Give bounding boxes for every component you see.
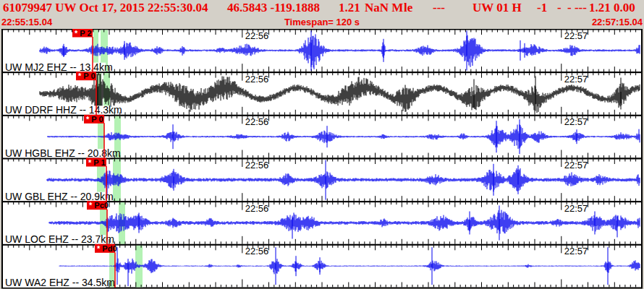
pick-label: * P 1	[88, 158, 106, 167]
station-label: UW WA2 EHZ -- 34.5km	[5, 277, 115, 288]
header-field-8: -	[557, 1, 562, 15]
time-label: 22:57	[564, 116, 588, 127]
window-end-time: 22:57:15.04	[592, 17, 643, 27]
header-field-7: -1	[537, 1, 547, 15]
time-label: 22:56	[245, 30, 269, 41]
pick-label: * Pc0	[89, 201, 109, 210]
event-header: 61079947 UW Oct 17, 2015 22:55:30.0446.5…	[0, 1, 644, 15]
header-field-10: 1.21 0.00	[589, 1, 635, 15]
time-label: 22:57	[564, 160, 588, 171]
timespan-label: Timespan= 120 s	[0, 17, 644, 27]
pick-label: * P 2	[75, 29, 92, 38]
pick-label: * P 0	[78, 72, 96, 80]
pick-label: * P 0	[86, 115, 103, 124]
time-label: 22:57	[564, 30, 588, 41]
panel-mj2: 22:5622:57UW MJ2 EHZ -- 13.4km* P 2	[2, 29, 642, 73]
panel-gbl: 22:5622:57UW GBL EHZ -- 20.9km* P 1	[2, 158, 642, 202]
seismic-event-viewer-window: 61079947 UW Oct 17, 2015 22:55:30.0446.5…	[0, 0, 644, 289]
time-label: 22:56	[245, 116, 269, 127]
header-field-0: 61079947 UW Oct 17, 2015 22:55:30.04	[3, 1, 208, 15]
panel-ddrf: 22:5622:57UW DDRF HHZ -- 14.3km* P 0	[2, 72, 642, 116]
time-label: 22:57	[564, 74, 588, 85]
panel-wa2: 22:5622:57UW WA2 EHZ -- 34.5km* Pd0	[2, 244, 642, 288]
time-label: 22:56	[245, 160, 269, 171]
seismogram-panels: 22:5622:57UW MJ2 EHZ -- 13.4km* P 222:56…	[0, 29, 644, 289]
header-field-5: ---	[433, 1, 445, 15]
header-field-1: 46.5843 -119.1888	[227, 1, 320, 15]
station-label: UW MJ2 EHZ -- 13.4km	[5, 61, 113, 73]
header-field-3: NaN M	[365, 1, 403, 15]
panel-hgbl: 22:5622:57UW HGBL EHZ -- 20.8km* P 0	[2, 115, 642, 159]
header-field-9: - ---	[567, 1, 587, 15]
panel-loc: 22:5622:57UW LOC EHZ -- 23.7km* Pc0	[2, 201, 642, 245]
station-label: UW DDRF HHZ -- 14.3km	[5, 104, 122, 116]
time-window-bar: 22:55:15.04 Timespan= 120 s 22:57:15.04	[0, 17, 644, 28]
header-field-2: 1.21	[339, 1, 360, 15]
time-label: 22:56	[245, 74, 269, 85]
header-field-6: UW 01 H	[473, 1, 522, 15]
pick-label: * Pd0	[97, 244, 117, 253]
time-label: 22:56	[245, 203, 269, 214]
time-label: 22:56	[245, 246, 269, 256]
time-label: 22:57	[564, 246, 588, 256]
time-label: 22:57	[564, 203, 588, 214]
header-field-4: le	[404, 1, 412, 15]
